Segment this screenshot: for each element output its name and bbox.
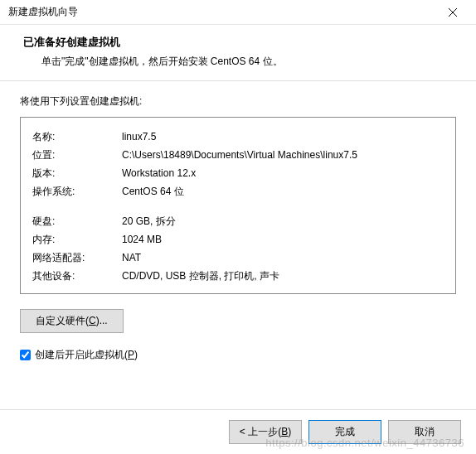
header-title: 已准备好创建虚拟机 <box>23 35 453 50</box>
intro-text: 将使用下列设置创建虚拟机: <box>20 94 456 109</box>
setting-label: 网络适配器: <box>32 249 122 267</box>
back-button[interactable]: < 上一步(B) <box>229 420 302 444</box>
titlebar: 新建虚拟机向导 <box>0 0 476 25</box>
settings-summary-box: 名称: linux7.5 位置: C:\Users\18489\Document… <box>20 117 456 294</box>
setting-value: 20 GB, 拆分 <box>122 212 444 230</box>
setting-row-location: 位置: C:\Users\18489\Documents\Virtual Mac… <box>32 146 444 164</box>
setting-row-memory: 内存: 1024 MB <box>32 230 444 249</box>
cancel-button[interactable]: 取消 <box>388 420 461 444</box>
setting-row-version: 版本: Workstation 12.x <box>32 164 444 182</box>
content-area: 将使用下列设置创建虚拟机: 名称: linux7.5 位置: C:\Users\… <box>0 81 476 362</box>
setting-value: C:\Users\18489\Documents\Virtual Machine… <box>122 146 444 164</box>
setting-row-disk: 硬盘: 20 GB, 拆分 <box>32 212 444 230</box>
setting-row-name: 名称: linux7.5 <box>32 128 444 146</box>
customize-hardware-button[interactable]: 自定义硬件(C)... <box>20 309 124 333</box>
setting-label: 位置: <box>32 146 122 164</box>
header-subtitle: 单击"完成"创建虚拟机，然后开始安装 CentOS 64 位。 <box>23 55 453 69</box>
setting-row-other: 其他设备: CD/DVD, USB 控制器, 打印机, 声卡 <box>32 267 444 285</box>
setting-value: CentOS 64 位 <box>122 182 444 200</box>
setting-value: Workstation 12.x <box>122 164 444 182</box>
setting-row-network: 网络适配器: NAT <box>32 249 444 267</box>
wizard-header: 已准备好创建虚拟机 单击"完成"创建虚拟机，然后开始安装 CentOS 64 位… <box>0 25 476 80</box>
power-on-checkbox-row[interactable]: 创建后开启此虚拟机(P) <box>20 348 456 362</box>
close-button[interactable] <box>436 1 469 24</box>
wizard-footer: < 上一步(B) 完成 取消 <box>0 409 476 454</box>
power-on-checkbox[interactable] <box>20 350 31 360</box>
finish-button[interactable]: 完成 <box>308 420 381 444</box>
setting-label: 操作系统: <box>32 182 122 200</box>
power-on-label: 创建后开启此虚拟机(P) <box>35 348 138 362</box>
setting-row-os: 操作系统: CentOS 64 位 <box>32 182 444 200</box>
setting-label: 其他设备: <box>32 267 122 285</box>
setting-label: 内存: <box>32 230 122 249</box>
setting-value: linux7.5 <box>122 128 444 146</box>
setting-value: NAT <box>122 249 444 267</box>
close-icon <box>449 8 457 17</box>
setting-label: 版本: <box>32 164 122 182</box>
setting-value: CD/DVD, USB 控制器, 打印机, 声卡 <box>122 267 444 285</box>
setting-value: 1024 MB <box>122 230 444 249</box>
window-title: 新建虚拟机向导 <box>8 5 78 19</box>
setting-label: 硬盘: <box>32 212 122 230</box>
setting-label: 名称: <box>32 128 122 146</box>
